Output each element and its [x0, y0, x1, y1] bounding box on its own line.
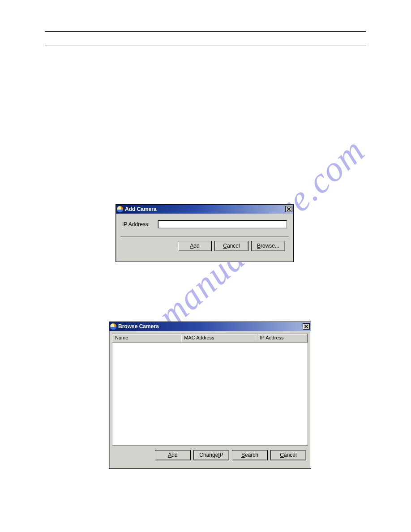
browse-camera-dialog: Browse Camera Name MAC Address IP Addres… — [109, 322, 311, 469]
close-button[interactable] — [285, 206, 292, 212]
titlebar: Add Camera — [116, 205, 293, 214]
cancel-button[interactable]: Cancel — [214, 241, 248, 251]
app-icon — [117, 206, 123, 212]
cancel-button[interactable]: Cancel — [270, 450, 306, 460]
close-button[interactable] — [303, 323, 310, 330]
add-button[interactable]: Add — [155, 450, 191, 460]
browse-button[interactable]: Browse... — [251, 241, 285, 251]
ip-address-label: IP Address: — [122, 221, 150, 227]
app-icon — [110, 323, 116, 330]
camera-listview[interactable]: Name MAC Address IP Address — [112, 334, 308, 446]
close-icon — [304, 325, 308, 328]
listview-body[interactable] — [112, 343, 308, 445]
column-mac-address[interactable]: MAC Address — [181, 334, 257, 343]
column-name[interactable]: Name — [112, 334, 181, 343]
add-button[interactable]: Add — [178, 241, 212, 251]
dialog-title: Add Camera — [125, 206, 285, 212]
separator — [120, 236, 289, 237]
add-camera-dialog: Add Camera IP Address: Add Cancel — [116, 204, 294, 262]
column-ip-address[interactable]: IP Address — [257, 334, 308, 343]
dialog-title: Browse Camera — [118, 323, 303, 330]
search-button[interactable]: Search — [232, 450, 268, 460]
ip-address-input[interactable] — [158, 220, 287, 228]
listview-header: Name MAC Address IP Address — [112, 334, 308, 343]
close-icon — [287, 207, 291, 211]
titlebar: Browse Camera — [109, 322, 311, 331]
change-ip-button[interactable]: Change IP — [193, 450, 229, 460]
